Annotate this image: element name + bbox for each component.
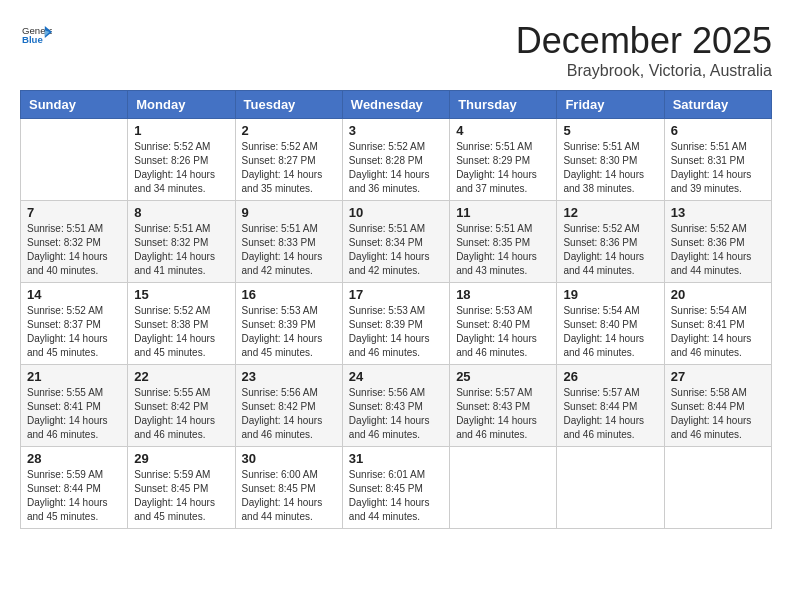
calendar-cell: 3Sunrise: 5:52 AM Sunset: 8:28 PM Daylig…	[342, 119, 449, 201]
day-info: Sunrise: 5:51 AM Sunset: 8:35 PM Dayligh…	[456, 222, 550, 278]
day-info: Sunrise: 5:54 AM Sunset: 8:41 PM Dayligh…	[671, 304, 765, 360]
day-info: Sunrise: 5:55 AM Sunset: 8:42 PM Dayligh…	[134, 386, 228, 442]
day-number: 20	[671, 287, 765, 302]
day-number: 21	[27, 369, 121, 384]
title-block: December 2025 Braybrook, Victoria, Austr…	[516, 20, 772, 80]
calendar-cell: 30Sunrise: 6:00 AM Sunset: 8:45 PM Dayli…	[235, 447, 342, 529]
day-number: 15	[134, 287, 228, 302]
day-number: 25	[456, 369, 550, 384]
day-info: Sunrise: 5:52 AM Sunset: 8:38 PM Dayligh…	[134, 304, 228, 360]
calendar-cell: 21Sunrise: 5:55 AM Sunset: 8:41 PM Dayli…	[21, 365, 128, 447]
calendar-cell: 2Sunrise: 5:52 AM Sunset: 8:27 PM Daylig…	[235, 119, 342, 201]
week-row-3: 14Sunrise: 5:52 AM Sunset: 8:37 PM Dayli…	[21, 283, 772, 365]
week-row-1: 1Sunrise: 5:52 AM Sunset: 8:26 PM Daylig…	[21, 119, 772, 201]
weekday-header-thursday: Thursday	[450, 91, 557, 119]
calendar-cell: 25Sunrise: 5:57 AM Sunset: 8:43 PM Dayli…	[450, 365, 557, 447]
weekday-header-friday: Friday	[557, 91, 664, 119]
calendar-cell	[450, 447, 557, 529]
calendar-cell: 13Sunrise: 5:52 AM Sunset: 8:36 PM Dayli…	[664, 201, 771, 283]
calendar-cell: 31Sunrise: 6:01 AM Sunset: 8:45 PM Dayli…	[342, 447, 449, 529]
week-row-5: 28Sunrise: 5:59 AM Sunset: 8:44 PM Dayli…	[21, 447, 772, 529]
day-info: Sunrise: 5:51 AM Sunset: 8:32 PM Dayligh…	[134, 222, 228, 278]
calendar-cell: 24Sunrise: 5:56 AM Sunset: 8:43 PM Dayli…	[342, 365, 449, 447]
weekday-header-saturday: Saturday	[664, 91, 771, 119]
calendar-cell: 14Sunrise: 5:52 AM Sunset: 8:37 PM Dayli…	[21, 283, 128, 365]
day-info: Sunrise: 5:57 AM Sunset: 8:44 PM Dayligh…	[563, 386, 657, 442]
day-info: Sunrise: 5:54 AM Sunset: 8:40 PM Dayligh…	[563, 304, 657, 360]
day-info: Sunrise: 6:01 AM Sunset: 8:45 PM Dayligh…	[349, 468, 443, 524]
day-number: 31	[349, 451, 443, 466]
calendar-cell: 16Sunrise: 5:53 AM Sunset: 8:39 PM Dayli…	[235, 283, 342, 365]
calendar-cell: 10Sunrise: 5:51 AM Sunset: 8:34 PM Dayli…	[342, 201, 449, 283]
day-info: Sunrise: 5:53 AM Sunset: 8:39 PM Dayligh…	[349, 304, 443, 360]
calendar-cell	[664, 447, 771, 529]
day-number: 28	[27, 451, 121, 466]
day-info: Sunrise: 5:52 AM Sunset: 8:26 PM Dayligh…	[134, 140, 228, 196]
day-number: 12	[563, 205, 657, 220]
day-info: Sunrise: 5:51 AM Sunset: 8:31 PM Dayligh…	[671, 140, 765, 196]
calendar-cell: 4Sunrise: 5:51 AM Sunset: 8:29 PM Daylig…	[450, 119, 557, 201]
day-info: Sunrise: 5:56 AM Sunset: 8:43 PM Dayligh…	[349, 386, 443, 442]
weekday-header-tuesday: Tuesday	[235, 91, 342, 119]
day-number: 16	[242, 287, 336, 302]
day-number: 18	[456, 287, 550, 302]
day-info: Sunrise: 5:53 AM Sunset: 8:40 PM Dayligh…	[456, 304, 550, 360]
weekday-header-wednesday: Wednesday	[342, 91, 449, 119]
logo-text-block: General Blue	[20, 20, 52, 54]
calendar-cell: 12Sunrise: 5:52 AM Sunset: 8:36 PM Dayli…	[557, 201, 664, 283]
day-number: 27	[671, 369, 765, 384]
day-info: Sunrise: 5:51 AM Sunset: 8:30 PM Dayligh…	[563, 140, 657, 196]
day-number: 29	[134, 451, 228, 466]
calendar-cell: 26Sunrise: 5:57 AM Sunset: 8:44 PM Dayli…	[557, 365, 664, 447]
day-info: Sunrise: 5:59 AM Sunset: 8:45 PM Dayligh…	[134, 468, 228, 524]
day-number: 14	[27, 287, 121, 302]
day-number: 19	[563, 287, 657, 302]
calendar-cell: 17Sunrise: 5:53 AM Sunset: 8:39 PM Dayli…	[342, 283, 449, 365]
day-number: 30	[242, 451, 336, 466]
day-info: Sunrise: 5:51 AM Sunset: 8:29 PM Dayligh…	[456, 140, 550, 196]
day-info: Sunrise: 5:55 AM Sunset: 8:41 PM Dayligh…	[27, 386, 121, 442]
day-number: 9	[242, 205, 336, 220]
day-number: 7	[27, 205, 121, 220]
day-info: Sunrise: 5:52 AM Sunset: 8:36 PM Dayligh…	[671, 222, 765, 278]
week-row-4: 21Sunrise: 5:55 AM Sunset: 8:41 PM Dayli…	[21, 365, 772, 447]
calendar-cell: 1Sunrise: 5:52 AM Sunset: 8:26 PM Daylig…	[128, 119, 235, 201]
day-number: 23	[242, 369, 336, 384]
day-info: Sunrise: 5:58 AM Sunset: 8:44 PM Dayligh…	[671, 386, 765, 442]
day-number: 10	[349, 205, 443, 220]
calendar-cell: 7Sunrise: 5:51 AM Sunset: 8:32 PM Daylig…	[21, 201, 128, 283]
month-title: December 2025	[516, 20, 772, 62]
day-number: 3	[349, 123, 443, 138]
calendar-cell: 28Sunrise: 5:59 AM Sunset: 8:44 PM Dayli…	[21, 447, 128, 529]
day-info: Sunrise: 5:51 AM Sunset: 8:32 PM Dayligh…	[27, 222, 121, 278]
day-info: Sunrise: 5:51 AM Sunset: 8:34 PM Dayligh…	[349, 222, 443, 278]
calendar-cell: 23Sunrise: 5:56 AM Sunset: 8:42 PM Dayli…	[235, 365, 342, 447]
day-info: Sunrise: 5:52 AM Sunset: 8:27 PM Dayligh…	[242, 140, 336, 196]
calendar-cell: 6Sunrise: 5:51 AM Sunset: 8:31 PM Daylig…	[664, 119, 771, 201]
calendar-cell	[557, 447, 664, 529]
calendar-cell: 22Sunrise: 5:55 AM Sunset: 8:42 PM Dayli…	[128, 365, 235, 447]
day-info: Sunrise: 5:52 AM Sunset: 8:36 PM Dayligh…	[563, 222, 657, 278]
day-number: 13	[671, 205, 765, 220]
day-number: 11	[456, 205, 550, 220]
svg-text:Blue: Blue	[22, 34, 43, 45]
day-number: 2	[242, 123, 336, 138]
calendar-cell: 18Sunrise: 5:53 AM Sunset: 8:40 PM Dayli…	[450, 283, 557, 365]
day-number: 22	[134, 369, 228, 384]
week-row-2: 7Sunrise: 5:51 AM Sunset: 8:32 PM Daylig…	[21, 201, 772, 283]
calendar-cell: 20Sunrise: 5:54 AM Sunset: 8:41 PM Dayli…	[664, 283, 771, 365]
weekday-header-monday: Monday	[128, 91, 235, 119]
day-number: 17	[349, 287, 443, 302]
calendar-table: SundayMondayTuesdayWednesdayThursdayFrid…	[20, 90, 772, 529]
calendar-cell: 15Sunrise: 5:52 AM Sunset: 8:38 PM Dayli…	[128, 283, 235, 365]
calendar-cell: 27Sunrise: 5:58 AM Sunset: 8:44 PM Dayli…	[664, 365, 771, 447]
day-info: Sunrise: 5:56 AM Sunset: 8:42 PM Dayligh…	[242, 386, 336, 442]
calendar-cell: 8Sunrise: 5:51 AM Sunset: 8:32 PM Daylig…	[128, 201, 235, 283]
logo: General Blue	[20, 20, 52, 54]
calendar-cell: 11Sunrise: 5:51 AM Sunset: 8:35 PM Dayli…	[450, 201, 557, 283]
calendar-cell	[21, 119, 128, 201]
day-info: Sunrise: 5:53 AM Sunset: 8:39 PM Dayligh…	[242, 304, 336, 360]
day-info: Sunrise: 5:57 AM Sunset: 8:43 PM Dayligh…	[456, 386, 550, 442]
calendar-cell: 5Sunrise: 5:51 AM Sunset: 8:30 PM Daylig…	[557, 119, 664, 201]
weekday-header-sunday: Sunday	[21, 91, 128, 119]
